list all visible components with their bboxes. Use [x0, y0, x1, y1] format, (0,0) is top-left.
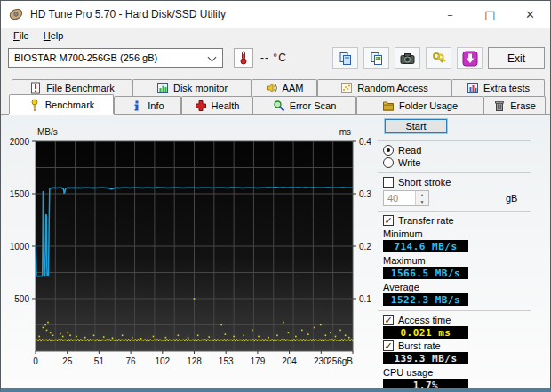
separator [378, 310, 531, 311]
svg-text:204: 204 [282, 356, 297, 366]
svg-text:1000: 1000 [10, 242, 30, 252]
svg-text:0: 0 [33, 356, 38, 366]
short-stroke-row[interactable]: Short stroke [383, 177, 543, 188]
svg-text:2000: 2000 [10, 137, 30, 147]
read-radio[interactable] [383, 145, 394, 156]
tab-random-access[interactable]: Random Access [317, 79, 451, 96]
tab-info[interactable]: Info [114, 96, 181, 114]
access-time-value: 0.021 ms [383, 326, 468, 339]
separator [378, 211, 531, 212]
magnifier-icon [273, 100, 285, 112]
keys-icon [432, 52, 446, 66]
menu-bar: File Help [1, 28, 550, 44]
separator [378, 172, 531, 173]
copy-text-button[interactable] [332, 47, 358, 69]
drive-select-value: BIOSTAR M700-256GB (256 gB) [14, 52, 208, 63]
svg-text:0.30: 0.30 [359, 189, 371, 199]
copy-image-icon [370, 52, 384, 66]
extra-tests-icon [467, 82, 479, 94]
benchmark-icon [28, 99, 41, 111]
cpu-usage-label: CPU usage [383, 367, 543, 378]
spin-up-icon[interactable]: ▲ [416, 191, 428, 198]
tab-label: Error Scan [290, 100, 337, 111]
camera-icon [400, 52, 415, 65]
copy-text-icon [339, 52, 353, 66]
drive-select[interactable]: BIOSTAR M700-256GB (256 gB) [8, 48, 223, 68]
capacity-unit-label: gB [506, 193, 517, 204]
svg-text:25: 25 [62, 356, 73, 366]
read-radio-label: Read [398, 145, 421, 156]
short-stroke-checkbox[interactable] [383, 177, 394, 188]
svg-text:1500: 1500 [10, 189, 30, 199]
exit-button[interactable]: Exit [488, 47, 545, 69]
registration-button[interactable] [426, 47, 451, 69]
tab-label: Disk monitor [173, 83, 228, 93]
write-radio-row[interactable]: Write [383, 157, 543, 168]
transfer-rate-row[interactable]: Transfer rate [383, 215, 543, 226]
temperature-button[interactable] [234, 48, 253, 68]
svg-text:0.10: 0.10 [359, 294, 371, 304]
title-bar: HD Tune Pro 5.70 - Hard Disk/SSD Utility… [1, 1, 550, 28]
svg-text:ms: ms [339, 127, 351, 137]
access-time-row[interactable]: Access time [383, 315, 543, 325]
tab-label: Random Access [357, 83, 427, 93]
update-button[interactable] [457, 47, 483, 69]
trash-icon [493, 100, 506, 112]
start-button[interactable]: Start [385, 119, 447, 133]
tab-folder-usage[interactable]: Folder Usage [356, 96, 483, 114]
burst-rate-label: Burst rate [398, 340, 441, 351]
exit-label: Exit [507, 52, 525, 65]
thermometer-icon [237, 51, 250, 65]
write-radio[interactable] [383, 157, 394, 168]
svg-text:153: 153 [219, 356, 234, 366]
menu-file[interactable]: File [7, 29, 36, 42]
average-value: 1522.3 MB/s [383, 293, 468, 306]
burst-rate-checkbox[interactable] [383, 340, 394, 351]
minimize-button[interactable]: – [430, 1, 470, 28]
tab-extra-tests[interactable]: Extra tests [451, 79, 545, 96]
separator [378, 140, 531, 141]
spin-down-icon[interactable]: ▼ [416, 198, 428, 205]
tab-health[interactable]: Health [181, 96, 252, 114]
maximize-button[interactable]: □ [470, 1, 510, 28]
download-arrow-icon [462, 51, 478, 67]
file-benchmark-icon [29, 82, 42, 94]
capacity-value: 40 [384, 191, 415, 205]
window-title: HD Tune Pro 5.70 - Hard Disk/SSD Utility [30, 8, 226, 20]
screenshot-button[interactable] [395, 47, 420, 69]
transfer-rate-label: Transfer rate [398, 215, 454, 226]
svg-text:256gB: 256gB [327, 356, 353, 366]
transfer-rate-checkbox[interactable] [383, 215, 394, 226]
short-stroke-capacity-spinner[interactable]: 40 ▲ ▼ [383, 190, 429, 206]
tab-erase[interactable]: Erase [483, 96, 546, 114]
menu-help[interactable]: Help [37, 29, 70, 42]
app-icon [9, 7, 23, 21]
average-label: Average [383, 282, 543, 292]
cpu-usage-value: 1.7% [383, 379, 468, 388]
benchmark-controls-panel: Start Read Write Short stroke 40 ▲ [378, 116, 543, 388]
start-label: Start [405, 121, 426, 132]
close-button[interactable]: ✕ [510, 1, 550, 28]
svg-text:0.40: 0.40 [359, 137, 371, 147]
write-radio-label: Write [398, 157, 420, 168]
tab-error-scan[interactable]: Error Scan [252, 96, 356, 114]
svg-text:102: 102 [155, 356, 170, 366]
read-radio-row[interactable]: Read [383, 145, 543, 156]
svg-text:500: 500 [14, 294, 29, 304]
burst-rate-row[interactable]: Burst rate [383, 340, 543, 351]
access-time-checkbox[interactable] [383, 315, 394, 325]
svg-text:179: 179 [251, 356, 266, 366]
tab-aam[interactable]: AAM [252, 79, 317, 96]
tab-label: Folder Usage [399, 100, 458, 111]
tab-disk-monitor[interactable]: Disk monitor [132, 79, 252, 96]
copy-image-button[interactable] [363, 47, 389, 69]
tab-benchmark[interactable]: Benchmark [9, 94, 114, 114]
speaker-icon [266, 82, 278, 94]
benchmark-chart: MB/sms2000150010005000.400.300.200.10025… [4, 122, 371, 381]
chart-svg: MB/sms2000150010005000.400.300.200.10025… [4, 122, 371, 381]
hd-tune-window: HD Tune Pro 5.70 - Hard Disk/SSD Utility… [0, 0, 551, 392]
tab-label: Health [212, 100, 240, 111]
toolbar: BIOSTAR M700-256GB (256 gB) -- °C [1, 44, 550, 78]
tab-label: Extra tests [483, 83, 530, 93]
folder-icon [382, 100, 395, 112]
